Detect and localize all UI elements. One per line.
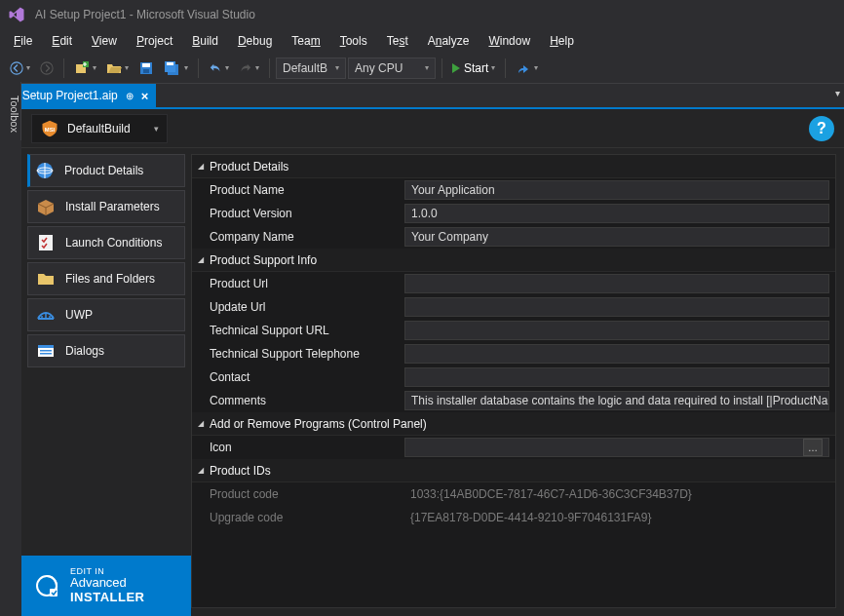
menu-test[interactable]: Test: [377, 31, 418, 51]
svg-text:MSI: MSI: [45, 126, 56, 132]
document-tab-active[interactable]: AI Setup Project1.aip ⊕ ×: [0, 84, 156, 107]
solution-platform-combo[interactable]: Any CPU: [348, 58, 436, 79]
new-project-button[interactable]: [70, 58, 100, 79]
input-tech-support-url[interactable]: [404, 321, 829, 340]
toolbox-side-tab[interactable]: Toolbox: [0, 82, 21, 140]
menu-tools[interactable]: Tools: [330, 31, 377, 51]
document-tabstrip: AI Setup Project1.aip ⊕ ×: [0, 84, 844, 109]
menu-analyze[interactable]: Analyze: [418, 31, 480, 51]
row-contact: Contact: [192, 366, 835, 389]
save-button[interactable]: [134, 58, 158, 79]
menu-project[interactable]: Project: [127, 31, 182, 51]
svg-point-0: [11, 61, 22, 73]
window-title: AI Setup Project1 - Microsoft Visual Stu…: [35, 8, 255, 21]
input-company-name[interactable]: Your Company: [404, 227, 829, 247]
value-product-code: 1033:{14AB0DCE-7817-46C7-A1D6-36C3CF34B3…: [404, 484, 829, 504]
visual-studio-icon: [8, 6, 25, 23]
pin-icon[interactable]: ⊕: [126, 91, 134, 101]
input-comments[interactable]: This installer database contains the log…: [404, 391, 829, 410]
row-product-version: Product Version 1.0.0: [192, 202, 835, 225]
svg-rect-15: [38, 345, 54, 348]
group-product-details[interactable]: Product Details: [192, 155, 835, 178]
value-upgrade-code: {17EA8178-D0DE-4414-9210-9F7046131FA9}: [404, 508, 829, 527]
open-file-button[interactable]: [102, 58, 133, 79]
row-icon: Icon …: [192, 436, 835, 459]
menu-help[interactable]: Help: [540, 31, 584, 51]
tab-label: AI Setup Project1.aip: [8, 89, 118, 102]
property-grid: Product Details Product Name Your Applic…: [191, 154, 836, 608]
row-tech-support-url: Technical Support URL: [192, 319, 835, 342]
play-icon: [452, 63, 460, 73]
bridge-icon: [36, 305, 56, 325]
svg-rect-5: [142, 63, 150, 67]
menu-debug[interactable]: Debug: [228, 31, 282, 51]
menu-window[interactable]: Window: [479, 31, 540, 51]
edit-in-advanced-installer-button[interactable]: EDIT IN Advanced INSTALLER: [21, 556, 191, 616]
row-product-code: Product code 1033:{14AB0DCE-7817-46C7-A1…: [192, 482, 835, 506]
input-update-url[interactable]: [404, 297, 829, 317]
row-company-name: Company Name Your Company: [192, 225, 835, 249]
svg-rect-17: [40, 353, 52, 355]
input-icon[interactable]: …: [404, 438, 829, 457]
checklist-icon: [36, 233, 56, 252]
folder-icon: [36, 269, 56, 289]
svg-rect-13: [39, 235, 53, 250]
build-config-bar: MSI DefaultBuild ?: [21, 109, 844, 148]
svg-rect-6: [143, 69, 149, 73]
row-product-url: Product Url: [192, 272, 835, 295]
input-contact[interactable]: [404, 367, 829, 387]
titlebar: AI Setup Project1 - Microsoft Visual Stu…: [0, 0, 844, 29]
redo-button[interactable]: [235, 58, 263, 79]
input-product-url[interactable]: [404, 274, 829, 293]
nav-forward-button[interactable]: [36, 58, 58, 79]
menubar: File Edit View Project Build Debug Team …: [0, 29, 844, 53]
row-upgrade-code: Upgrade code {17EA8178-D0DE-4414-9210-9F…: [192, 506, 835, 529]
menu-team[interactable]: Team: [282, 31, 329, 51]
globe-icon: [35, 161, 55, 180]
row-update-url: Update Url: [192, 295, 835, 319]
browser-link-button[interactable]: [512, 58, 542, 79]
svg-rect-16: [40, 350, 52, 352]
editor-workspace: MSI DefaultBuild ? Product Details Insta…: [21, 109, 844, 616]
input-product-version[interactable]: 1.0.0: [404, 204, 829, 223]
save-all-button[interactable]: [160, 58, 192, 79]
msi-icon: MSI: [40, 119, 59, 138]
menu-view[interactable]: View: [82, 31, 127, 51]
nav-product-details[interactable]: Product Details: [27, 154, 185, 187]
page-nav: Product Details Install Parameters Launc…: [21, 148, 191, 616]
box-icon: [36, 197, 56, 216]
group-add-remove-programs[interactable]: Add or Remove Programs (Control Panel): [192, 412, 835, 436]
tab-overflow-button[interactable]: ▾: [835, 88, 840, 98]
svg-point-1: [41, 61, 53, 73]
nav-install-parameters[interactable]: Install Parameters: [27, 190, 185, 223]
group-product-ids[interactable]: Product IDs: [192, 459, 835, 482]
undo-button[interactable]: [205, 58, 233, 79]
nav-dialogs[interactable]: Dialogs: [27, 334, 185, 367]
dialog-icon: [36, 341, 56, 361]
group-product-support-info[interactable]: Product Support Info: [192, 249, 835, 272]
browse-icon-button[interactable]: …: [803, 439, 823, 456]
help-button[interactable]: ?: [809, 116, 834, 141]
menu-build[interactable]: Build: [182, 31, 228, 51]
start-debug-button[interactable]: Start: [448, 58, 499, 79]
svg-rect-9: [167, 62, 173, 65]
nav-files-and-folders[interactable]: Files and Folders: [27, 262, 185, 295]
input-product-name[interactable]: Your Application: [404, 180, 829, 200]
close-icon[interactable]: ×: [141, 89, 149, 103]
row-product-name: Product Name Your Application: [192, 178, 835, 202]
menu-edit[interactable]: Edit: [42, 31, 82, 51]
row-tech-support-telephone: Technical Support Telephone: [192, 342, 835, 366]
build-config-label: DefaultBuild: [67, 122, 131, 135]
nav-launch-conditions[interactable]: Launch Conditions: [27, 226, 185, 259]
main-toolbar: DefaultB Any CPU Start: [0, 53, 844, 84]
solution-config-combo[interactable]: DefaultB: [276, 58, 346, 79]
input-tech-support-telephone[interactable]: [404, 344, 829, 364]
nav-uwp[interactable]: UWP: [27, 298, 185, 331]
build-config-combo[interactable]: MSI DefaultBuild: [31, 114, 168, 143]
menu-file[interactable]: File: [4, 31, 42, 51]
row-comments: Comments This installer database contain…: [192, 389, 835, 412]
nav-back-button[interactable]: [6, 58, 34, 79]
advanced-installer-icon: [33, 572, 60, 599]
